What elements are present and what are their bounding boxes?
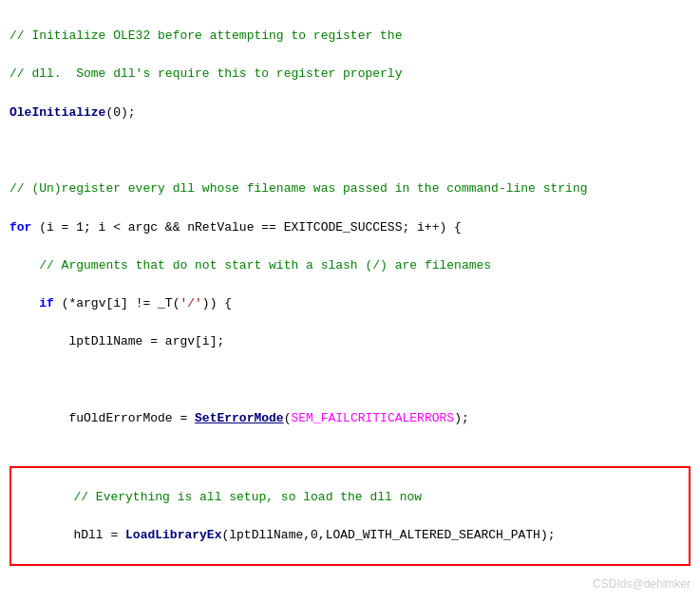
- code-line: hDll = LoadLibraryEx(lptDllName,0,LOAD_W…: [14, 526, 686, 545]
- code-line: [9, 371, 691, 390]
- code-display: // Initialize OLE32 before attempting to…: [9, 8, 691, 601]
- code-line: fuOldErrorMode = SetErrorMode(SEM_FAILCR…: [9, 409, 691, 428]
- code-line: // (Un)register every dll whose filename…: [9, 179, 691, 198]
- watermark-text: CSDIds@dehimker: [593, 575, 691, 593]
- code-line: // Initialize OLE32 before attempting to…: [9, 27, 691, 46]
- code-line: [9, 141, 691, 160]
- code-line: lptDllName = argv[i];: [9, 332, 691, 351]
- code-line: for (i = 1; i < argc && nRetValue == EXI…: [9, 218, 691, 237]
- highlight-box-1: // Everything is all setup, so load the …: [9, 466, 691, 566]
- code-line: OleInitialize(0);: [9, 103, 691, 122]
- code-line: if (*argv[i] != _T('/')) {: [9, 294, 691, 313]
- code-line: // Everything is all setup, so load the …: [14, 488, 686, 507]
- code-line: // dll. Some dll's require this to regis…: [9, 65, 691, 84]
- code-line: // Arguments that do not start with a sl…: [9, 256, 691, 275]
